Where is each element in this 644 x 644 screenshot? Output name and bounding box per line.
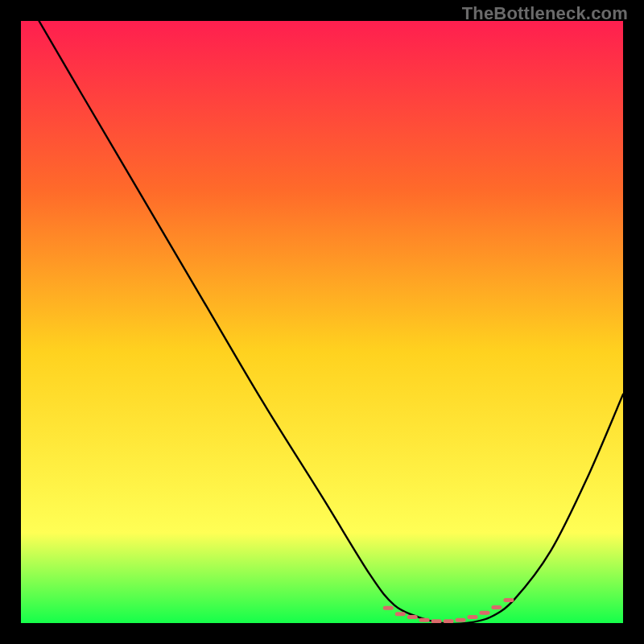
gradient-background [21, 21, 623, 623]
chart-svg [21, 21, 623, 623]
chart-frame: TheBottleneck.com [0, 0, 644, 644]
plot-area [21, 21, 623, 623]
